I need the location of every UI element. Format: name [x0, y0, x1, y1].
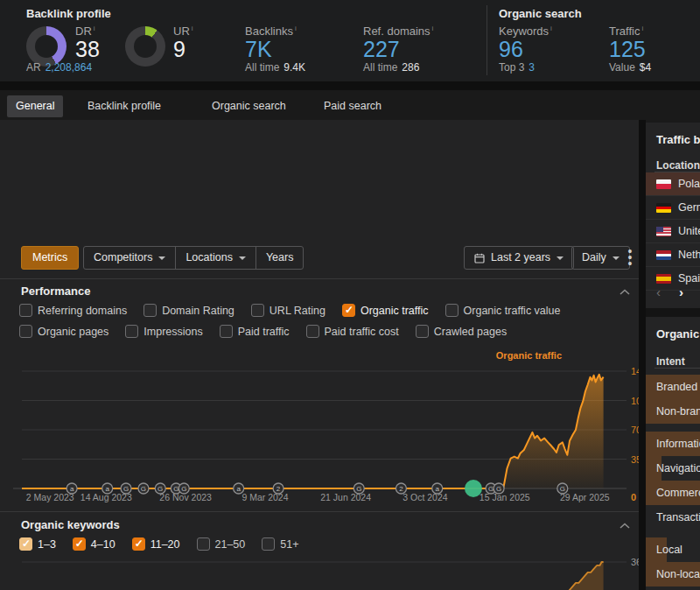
intent-row-transactional[interactable]: Transactional: [646, 505, 700, 530]
years-button[interactable]: Years: [256, 247, 304, 269]
intent-row-navigational[interactable]: Navigational: [646, 456, 700, 481]
es-flag-icon: [656, 274, 671, 284]
tab-backlink-profile[interactable]: Backlink profile: [79, 95, 170, 117]
unchecked-checkbox-icon[interactable]: ✓: [416, 325, 429, 338]
location-name: Poland: [678, 178, 700, 190]
tab-paid-search[interactable]: Paid search: [315, 95, 390, 117]
intent-column-header[interactable]: Intent: [656, 355, 685, 368]
metrics-button[interactable]: Metrics: [21, 246, 79, 270]
checkbox-21–50[interactable]: ✓21–50: [197, 537, 246, 551]
unchecked-checkbox-icon[interactable]: ✓: [445, 304, 458, 317]
traffic-by-location-panel: Traffic by location Location PolandGerma…: [646, 123, 700, 308]
checkbox-organic-pages[interactable]: ✓Organic pages: [19, 325, 108, 338]
checkbox-referring-domains[interactable]: ✓Referring domains: [19, 304, 127, 317]
collapse-keywords-icon[interactable]: [620, 523, 630, 530]
pl-flag-icon: [656, 179, 671, 189]
prev-page-button[interactable]: ‹: [656, 284, 661, 299]
location-row-pl[interactable]: Poland: [646, 172, 700, 196]
unchecked-checkbox-icon[interactable]: ✓: [197, 537, 210, 551]
checkbox-organic-traffic-value[interactable]: ✓Organic traffic value: [445, 304, 561, 317]
unchecked-checkbox-icon[interactable]: ✓: [251, 304, 264, 317]
traffic-value-link[interactable]: 125: [609, 38, 646, 60]
checkbox-crawled-pages[interactable]: ✓Crawled pages: [416, 325, 507, 338]
unchecked-checkbox-icon[interactable]: ✓: [19, 325, 32, 338]
intent-row-commercial[interactable]: Commercial: [646, 481, 700, 505]
checkbox-domain-rating[interactable]: ✓Domain Rating: [144, 304, 234, 317]
ar-value-link[interactable]: 2,208,864: [46, 61, 92, 74]
checked-checkbox-icon[interactable]: ✓: [132, 537, 145, 551]
intent-row-informational[interactable]: Informational: [646, 432, 700, 456]
unchecked-checkbox-icon[interactable]: ✓: [19, 304, 32, 317]
toolbar-button-group: CompetitorsLocationsYears: [83, 246, 304, 270]
checkbox-impressions[interactable]: ✓Impressions: [125, 325, 202, 338]
intent-label: Transactional: [656, 511, 700, 523]
checkbox-organic-traffic[interactable]: ✓Organic traffic: [342, 304, 429, 317]
ur-gauge-hole: [134, 35, 157, 58]
next-page-button[interactable]: ›: [679, 284, 683, 299]
checkbox-label: Referring domains: [38, 305, 127, 317]
svg-text:G: G: [158, 485, 163, 493]
intent-row-non-local[interactable]: Non-local: [646, 562, 700, 586]
location-row-es[interactable]: Spain: [646, 267, 700, 291]
checkbox-paid-traffic[interactable]: ✓Paid traffic: [220, 325, 290, 338]
checkbox-4–10[interactable]: ✓4–10: [73, 537, 116, 551]
checkbox-11–20[interactable]: ✓11–20: [132, 537, 180, 551]
date-range-button[interactable]: Last 2 years: [464, 246, 574, 270]
metrics-header: Backlink profile Organic search DRi 38 A…: [0, 0, 700, 81]
competitors-button[interactable]: Competitors: [84, 247, 176, 269]
traffic-sub-label: Value: [609, 61, 635, 74]
intent-row-branded[interactable]: Branded: [646, 375, 700, 399]
checkbox-label: 1–3: [38, 538, 56, 551]
intent-row-non-branded[interactable]: Non-branded: [646, 399, 700, 424]
checkbox-label: Paid traffic: [238, 326, 290, 338]
checkbox-url-rating[interactable]: ✓URL Rating: [251, 304, 326, 317]
checkbox-label: 51+: [280, 538, 298, 551]
chevron-down-icon: [612, 256, 620, 260]
checked-checkbox-icon[interactable]: ✓: [73, 537, 86, 551]
unchecked-checkbox-icon[interactable]: ✓: [262, 537, 275, 551]
unchecked-checkbox-icon[interactable]: ✓: [220, 325, 233, 338]
unchecked-checkbox-icon[interactable]: ✓: [306, 325, 319, 338]
panel-gap: [639, 120, 646, 590]
checked-checkbox-icon[interactable]: ✓: [19, 537, 32, 551]
tab-organic-search[interactable]: Organic search: [203, 95, 295, 117]
ur-info-icon[interactable]: i: [192, 25, 193, 32]
checkbox-1–3[interactable]: ✓1–3: [19, 537, 56, 551]
location-row-de[interactable]: Germany: [646, 196, 700, 220]
location-row-nl[interactable]: Netherlands: [646, 243, 700, 267]
checkbox-paid-traffic-cost[interactable]: ✓Paid traffic cost: [306, 325, 399, 338]
event-marker-highlighted[interactable]: [465, 480, 482, 497]
location-column-header[interactable]: Location: [656, 159, 700, 172]
ref-domains-value-link[interactable]: 227: [363, 38, 433, 60]
intent-label: Local: [656, 544, 682, 556]
ref-domains-label: Ref. domains: [363, 25, 430, 38]
ref-domains-info-icon[interactable]: i: [432, 25, 434, 32]
checked-checkbox-icon[interactable]: ✓: [342, 304, 355, 317]
tab-general[interactable]: General: [7, 95, 63, 117]
checkbox-51+[interactable]: ✓51+: [262, 537, 298, 551]
checkbox-label: 21–50: [215, 538, 246, 551]
location-row-us[interactable]: United States: [646, 220, 700, 243]
backlinks-info-icon[interactable]: i: [295, 25, 297, 32]
checkbox-label: Paid traffic cost: [325, 326, 399, 338]
more-options-button[interactable]: •••: [623, 249, 637, 267]
traffic-info-icon[interactable]: i: [641, 25, 643, 32]
granularity-button[interactable]: Daily: [571, 246, 630, 270]
ar-line: AR2,208,864: [26, 61, 92, 74]
backlinks-value-link[interactable]: 7K: [245, 38, 297, 60]
chevron-down-icon: [158, 256, 165, 260]
keywords-sub-value-link[interactable]: 3: [528, 61, 535, 74]
unchecked-checkbox-icon[interactable]: ✓: [125, 325, 138, 338]
chevron-down-icon: [239, 256, 246, 260]
page-tabs: GeneralBacklink profileOrganic searchPai…: [0, 90, 700, 123]
intent-label: Branded: [656, 381, 697, 393]
keywords-info-icon[interactable]: i: [550, 25, 552, 32]
keywords-value-link[interactable]: 96: [499, 38, 552, 60]
collapse-performance-icon[interactable]: [620, 289, 630, 296]
dr-info-icon[interactable]: i: [94, 25, 95, 32]
organic-keywords-chart[interactable]: 918273602 May 202314 Aug 202326 Nov 2023…: [0, 554, 651, 590]
intent-row-local[interactable]: Local: [646, 537, 700, 562]
organic-traffic-chart[interactable]: 357010514002 May 202314 Aug 202326 Nov 2…: [0, 363, 651, 510]
unchecked-checkbox-icon[interactable]: ✓: [144, 304, 157, 317]
locations-button[interactable]: Locations: [176, 247, 256, 269]
